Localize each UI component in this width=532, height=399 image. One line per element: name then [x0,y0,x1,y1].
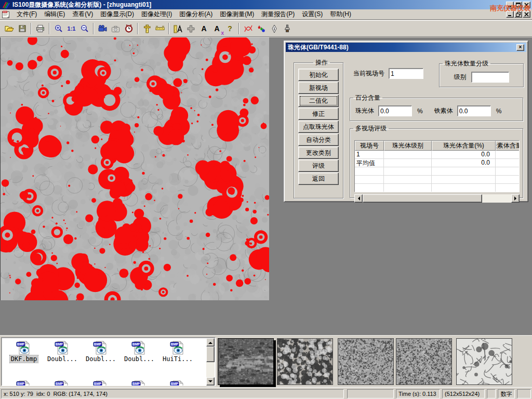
scroll-up-button[interactable] [206,338,215,347]
close-button[interactable] [523,2,530,8]
status-empty-panel [517,389,531,398]
table-row[interactable]: 1 0.0 [355,151,519,159]
menu-file[interactable]: 文件(F) [13,9,41,20]
file-list-vscrollbar[interactable] [206,338,215,385]
micrograph-image[interactable] [0,37,269,300]
caliper-measure-icon[interactable] [140,22,153,35]
file-name: Doubl... [46,355,78,363]
actual-size-icon[interactable]: 1:1 [65,22,78,35]
init-button[interactable]: 初始化 [298,69,339,81]
file-item[interactable]: BMPDoubl... [120,340,158,363]
menu-settings[interactable]: 设置(S) [298,9,326,20]
zoom-out-icon[interactable] [78,22,91,35]
current-field-row: 当前视场号 [353,68,423,79]
save-file-icon[interactable] [16,22,29,35]
document-icon[interactable] [2,10,11,19]
table-hscrollbar[interactable] [354,194,520,203]
correct-button[interactable]: 修正 [298,108,339,120]
minimize-button[interactable] [506,2,514,8]
menu-edit[interactable]: 编辑(E) [41,9,69,20]
classify-points-icon[interactable] [255,22,268,35]
svg-text:BMP: BMP [132,342,140,346]
print-icon[interactable] [34,22,47,35]
cell-field: 1 [355,151,384,158]
mode-status: 数字 [498,389,515,398]
thumbnail-3[interactable] [338,338,394,385]
text-annotate-icon[interactable]: A [197,22,210,35]
vscroll-thumb[interactable] [206,347,215,362]
file-item[interactable]: BMP [158,379,197,386]
file-item[interactable]: BMP [82,379,120,386]
menu-image-display[interactable]: 图像显示(D) [97,9,138,20]
file-item[interactable]: BMPDoubl... [82,340,120,363]
file-item[interactable]: BMPDKF.bmp [5,340,43,363]
table-row-empty [355,167,519,176]
current-field-label: 当前视场号 [353,69,384,78]
main-window: IS100显微摄像系统(金相分析版) - [zhuguangti01] 南充仪器… [0,0,532,399]
rate-button[interactable]: 评级 [298,159,339,172]
move-tool-icon[interactable] [184,22,197,35]
ferrite-percent-input[interactable] [457,105,491,116]
thumbnail-1[interactable] [218,338,274,385]
svg-text:BMP: BMP [17,382,25,385]
thumbnail-5[interactable] [456,338,512,385]
help-icon[interactable]: ? [223,22,236,35]
scroll-down-button[interactable] [206,377,215,385]
col-header-ferrite-content: 铁素体含量(%) [496,141,520,151]
pearlite-label: 珠光体 [355,107,374,115]
return-button[interactable]: 返回 [298,172,339,185]
menu-report[interactable]: 测量报告(P) [258,9,298,20]
maximize-button[interactable] [514,2,522,8]
menu-image-measure[interactable]: 图像测量(M) [216,9,258,20]
file-list[interactable]: BMPDKF.bmpBMPDoubl...BMPDoubl...BMPDoubl… [1,337,216,386]
text-measure-icon[interactable] [171,22,184,35]
thumbnail-2[interactable] [277,338,333,385]
grade-group: 珠光体数量分级 级别 [439,59,524,87]
mdi-minimize-button[interactable] [506,11,514,18]
pen-tool-icon[interactable] [268,22,281,35]
mdi-restore-button[interactable] [514,11,522,18]
operations-group: 操作 初始化 新视场 二值化 修正 点取珠光体 自动分类 更改类别 评级 返回 [294,58,343,198]
video-capture-icon[interactable] [96,22,109,35]
brush-tool-icon[interactable] [281,22,294,35]
menu-view[interactable]: 查看(V) [69,9,97,20]
file-item[interactable]: BMPHuiTi... [158,340,197,363]
binarize-button[interactable]: 二值化 [298,95,339,107]
table-row[interactable]: 平均值 0.0 [355,159,519,167]
open-file-icon[interactable] [3,22,16,35]
change-class-button[interactable]: 更改类别 [298,147,339,159]
hscroll-thumb[interactable] [363,194,482,203]
scroll-left-button[interactable] [354,194,363,203]
hscroll-track[interactable] [363,194,511,203]
file-item[interactable]: BMP [43,379,82,386]
menu-image-analysis[interactable]: 图像分析(A) [176,9,216,20]
camera-capture-icon[interactable] [109,22,122,35]
zoom-in-icon[interactable] [52,22,65,35]
curve-tool-icon[interactable] [242,22,255,35]
timer-clock-icon[interactable] [122,22,135,35]
file-item[interactable]: BMP [120,379,158,386]
file-item[interactable]: BMP [5,379,43,386]
thumbnail-4[interactable] [396,338,452,385]
mdi-close-button[interactable] [523,11,530,18]
scroll-right-button[interactable] [511,194,520,203]
pearlite-percent-input[interactable] [378,105,412,116]
file-item[interactable]: BMPDoubl... [43,340,82,363]
auto-classify-button[interactable]: 自动分类 [298,134,339,146]
svg-text:BMP: BMP [17,342,25,346]
statusbar: x: 510 y: 79 idx: 0 RGB: (174, 174, 174)… [0,387,532,399]
ferrite-label: 铁素体 [434,107,453,115]
pick-pearlite-button[interactable]: 点取珠光体 [298,121,339,133]
titlebar: IS100显微摄像系统(金相分析版) - [zhuguangti01] [0,0,532,9]
dialog-close-button[interactable]: × [516,44,524,51]
current-field-input[interactable] [389,68,423,79]
cell-ferrite [496,151,520,158]
text-delete-icon[interactable]: Ax [210,22,223,35]
ruler-measure-icon[interactable] [153,22,166,35]
menu-image-process[interactable]: 图像处理(I) [138,9,176,20]
new-field-button[interactable]: 新视场 [298,82,339,94]
svg-text:BMP: BMP [171,382,179,385]
svg-text:BMP: BMP [132,382,140,385]
level-input[interactable] [471,72,509,83]
menu-help[interactable]: 帮助(H) [326,9,355,20]
